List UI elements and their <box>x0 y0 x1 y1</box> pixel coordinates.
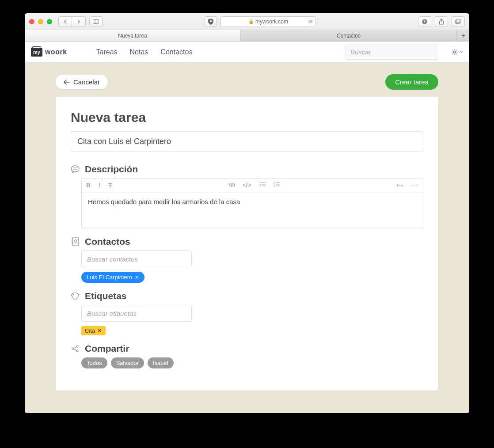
browser-tabs: Nueva tarea Contactos + <box>25 30 469 41</box>
speech-bubble-icon <box>71 165 80 173</box>
url-text: mywoork.com <box>255 19 288 25</box>
app-root: my woork Tareas Notas Contactos Cancelar… <box>25 42 469 413</box>
create-task-button[interactable]: Crear tarea <box>385 74 438 90</box>
ordered-list-button[interactable]: 123 <box>274 182 280 189</box>
svg-point-31 <box>76 345 78 347</box>
svg-point-32 <box>76 350 78 352</box>
cancel-button[interactable]: Cancelar <box>56 75 108 89</box>
contact-chip[interactable]: Luis El Carpintero ✕ <box>81 272 144 283</box>
browser-tab[interactable]: Contactos <box>241 30 457 41</box>
share-chip-isabel[interactable]: Isabel <box>148 357 174 368</box>
svg-point-7 <box>454 51 456 53</box>
share-chip-todos[interactable]: Todos <box>81 357 107 368</box>
svg-point-30 <box>72 348 74 349</box>
bullet-list-button[interactable] <box>259 182 266 189</box>
logo-text: woork <box>45 48 67 56</box>
section-contacts: Contactos Luis El Carpintero ✕ <box>71 236 423 283</box>
window-controls <box>29 19 52 24</box>
logo-badge: my <box>31 48 42 57</box>
share-icon <box>71 345 80 353</box>
description-heading: Descripción <box>85 164 138 175</box>
window-maximize-button[interactable] <box>47 19 52 24</box>
svg-rect-0 <box>93 19 99 23</box>
svg-line-33 <box>74 347 76 348</box>
app-logo[interactable]: my woork <box>31 48 67 57</box>
nav-link-notas[interactable]: Notas <box>130 48 148 56</box>
chevron-down-icon <box>460 51 463 53</box>
browser-toolbar: 🔒 mywoork.com ⟳ <box>25 13 469 30</box>
nav-link-tareas[interactable]: Tareas <box>96 48 118 56</box>
svg-line-34 <box>74 349 76 350</box>
window-close-button[interactable] <box>29 19 34 24</box>
tag-icon <box>71 292 80 300</box>
redo-button[interactable] <box>411 183 418 188</box>
global-search-input[interactable] <box>346 45 438 60</box>
share-button[interactable] <box>435 16 448 27</box>
share-heading: Compartir <box>85 343 129 354</box>
section-tags: Etiquetas Cita ✕ <box>71 291 423 335</box>
url-bar[interactable]: 🔒 mywoork.com ⟳ <box>220 16 316 27</box>
svg-point-15 <box>260 186 261 186</box>
lock-icon: 🔒 <box>248 19 254 24</box>
back-button[interactable] <box>59 16 72 27</box>
svg-point-8 <box>71 166 79 172</box>
new-tab-button[interactable]: + <box>457 30 469 41</box>
description-textarea[interactable]: Hemos quedado para medir los armarios de… <box>82 193 423 228</box>
settings-menu[interactable] <box>451 48 463 56</box>
undo-button[interactable] <box>396 183 403 188</box>
remove-tag-icon[interactable]: ✕ <box>97 327 102 334</box>
browser-window: 🔒 mywoork.com ⟳ Nueva tarea Contactos + … <box>25 13 469 413</box>
task-title-input[interactable] <box>71 131 423 152</box>
svg-point-11 <box>260 182 261 183</box>
forward-button[interactable] <box>72 16 85 27</box>
bold-button[interactable]: B <box>86 182 90 189</box>
contacts-search-input[interactable] <box>81 251 192 267</box>
svg-rect-5 <box>456 20 460 23</box>
contacts-heading: Contactos <box>85 236 130 247</box>
svg-point-13 <box>260 184 261 185</box>
editor-toolbar: B I T 99 </> 123 <box>82 178 423 193</box>
italic-button[interactable]: I <box>98 182 100 189</box>
tabs-overview-button[interactable] <box>452 16 465 27</box>
svg-text:3: 3 <box>274 185 275 187</box>
share-chip-salvador[interactable]: Salvador <box>111 357 144 368</box>
arrow-left-icon <box>64 80 70 85</box>
section-description: Descripción B I T 99 </> <box>71 164 423 228</box>
remove-contact-icon[interactable]: ✕ <box>135 274 139 281</box>
window-minimize-button[interactable] <box>38 19 43 24</box>
tag-chip[interactable]: Cita ✕ <box>81 326 106 335</box>
nav-link-contactos[interactable]: Contactos <box>160 48 192 56</box>
svg-rect-6 <box>456 19 461 23</box>
page-action-bar: Cancelar Crear tarea <box>56 74 438 90</box>
section-share: Compartir Todos Salvador Isabel <box>71 343 423 368</box>
svg-point-29 <box>73 294 74 295</box>
code-button[interactable]: </> <box>243 182 251 189</box>
gear-icon <box>451 48 459 56</box>
quote-button[interactable]: 99 <box>229 182 235 189</box>
svg-point-24 <box>75 240 77 242</box>
description-editor: B I T 99 </> 123 <box>81 178 423 228</box>
address-book-icon <box>71 237 80 246</box>
page-title: Nueva tarea <box>71 110 423 125</box>
privacy-shield-icon[interactable] <box>205 16 217 27</box>
nav-back-forward <box>58 16 86 27</box>
browser-tab-active[interactable]: Nueva tarea <box>25 30 241 41</box>
app-navbar: my woork Tareas Notas Contactos <box>25 42 469 63</box>
page-content: Cancelar Crear tarea Nueva tarea Descrip… <box>25 63 469 408</box>
browser-chrome: 🔒 mywoork.com ⟳ Nueva tarea Contactos + <box>25 13 469 42</box>
strikethrough-button[interactable]: T <box>108 182 112 189</box>
tags-search-input[interactable] <box>81 305 192 322</box>
task-form-card: Nueva tarea Descripción B I T <box>56 97 438 391</box>
tags-heading: Etiquetas <box>85 291 127 301</box>
downloads-button[interactable] <box>418 16 431 27</box>
sidebar-toggle-button[interactable] <box>89 16 103 27</box>
reload-icon[interactable]: ⟳ <box>308 19 313 25</box>
svg-point-2 <box>209 20 211 22</box>
